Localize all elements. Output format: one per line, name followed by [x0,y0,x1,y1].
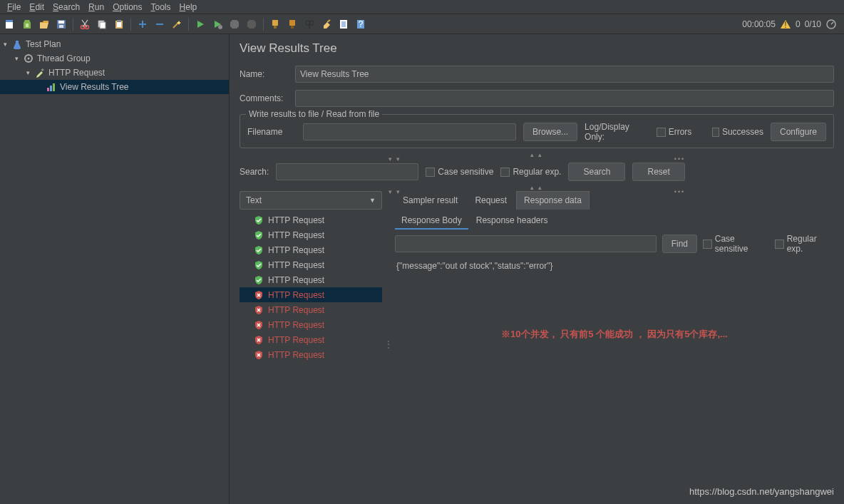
svg-rect-5 [59,25,63,28]
result-label: HTTP Request [268,230,324,240]
result-item[interactable]: HTTP Request [240,347,382,362]
warning-count: 0 [796,19,801,29]
splitter2[interactable]: ▴ ▴▾ ▾ ••• [240,185,834,191]
paste-icon[interactable] [112,17,126,31]
stop-icon[interactable] [227,17,242,31]
shield-fail-icon [254,350,264,360]
svg-rect-14 [272,20,278,26]
brush2-icon[interactable] [285,17,299,31]
pipette-icon [34,67,46,78]
menu-options[interactable]: Options [108,2,146,12]
tree-label: HTTP Request [48,68,105,78]
svg-rect-11 [117,22,121,27]
add-icon[interactable] [135,17,150,31]
result-label: HTTP Request [268,215,324,225]
shield-fail-icon [254,320,264,330]
renderer-dropdown[interactable]: Text ▼ [240,191,382,210]
menu-tools[interactable]: Tools [147,2,175,12]
find-regex-checkbox[interactable]: Regular exp. [775,234,834,254]
tree-http-request[interactable]: ▾ HTTP Request [0,66,229,80]
svg-rect-2 [26,24,29,27]
search-button[interactable]: Search [568,163,625,181]
brush1-icon[interactable] [268,17,282,31]
new-icon[interactable] [3,17,17,31]
menu-file[interactable]: File [3,2,25,12]
svg-rect-16 [289,20,295,26]
remove-icon[interactable] [153,17,167,31]
configure-button[interactable]: Configure [771,123,826,141]
search-input[interactable] [276,163,418,180]
menu-edit[interactable]: Edit [25,2,48,12]
result-item[interactable]: HTTP Request [240,272,382,287]
menu-search[interactable]: Search [48,2,84,12]
svg-rect-15 [274,26,277,29]
tab-sampler-result[interactable]: Sampler result [395,191,465,210]
wand-icon[interactable] [170,17,184,31]
report-icon[interactable] [336,17,351,31]
find-input[interactable] [395,235,657,252]
find-button[interactable]: Find [662,235,697,253]
result-item[interactable]: HTTP Request [240,287,382,302]
tree-label: View Results Tree [60,82,129,92]
result-item[interactable]: HTTP Request [240,302,382,317]
subtab-response-body[interactable]: Response Body [395,212,468,230]
svg-rect-1 [6,20,13,22]
tree-view-results[interactable]: View Results Tree [0,80,229,94]
result-item[interactable]: HTTP Request [240,242,382,257]
templates-icon[interactable] [20,17,34,31]
result-item[interactable]: HTTP Request [240,212,382,227]
menu-bar: File Edit Search Run Options Tools Help [0,0,844,14]
chevron-down-icon: ▼ [369,197,376,204]
reset-button[interactable]: Reset [632,163,684,181]
splitter[interactable]: ▴ ▴▾ ▾ ••• [240,153,834,158]
browse-button[interactable]: Browse... [523,123,577,141]
gear-icon [23,53,34,64]
filename-input[interactable] [303,123,516,140]
result-item[interactable]: HTTP Request [240,227,382,242]
errors-checkbox[interactable]: Errors [657,127,705,137]
name-input[interactable] [295,66,834,83]
v-splitter[interactable]: ⋮ [386,191,391,498]
shield-fail-icon [254,305,264,315]
result-label: HTTP Request [268,350,324,360]
comments-input[interactable] [295,90,834,107]
regex-checkbox[interactable]: Regular exp. [500,167,561,177]
open-icon[interactable] [37,17,51,31]
menu-run[interactable]: Run [84,2,108,12]
result-item[interactable]: HTTP Request [240,317,382,332]
tab-request[interactable]: Request [467,191,515,210]
shutdown-icon[interactable] [245,17,259,31]
result-item[interactable]: HTTP Request [240,257,382,272]
result-label: HTTP Request [268,260,324,270]
find-case-checkbox[interactable]: Case sensitive [703,234,769,254]
case-sensitive-checkbox[interactable]: Case sensitive [426,167,493,177]
tab-response-data[interactable]: Response data [516,191,590,210]
result-item[interactable]: HTTP Request [240,332,382,347]
subtab-response-headers[interactable]: Response headers [470,212,555,230]
save-icon[interactable] [54,17,68,31]
content-panel: View Results Tree Name: Comments: Write … [230,34,844,504]
search-icon[interactable] [302,17,316,31]
cut-icon[interactable] [78,17,92,31]
tree-test-plan[interactable]: ▾ Test Plan [0,37,229,51]
menu-help[interactable]: Help [175,2,202,12]
warning-icon[interactable]: ! [780,19,791,30]
svg-text:!: ! [784,20,786,30]
search-label: Search: [240,167,269,177]
help-icon[interactable]: ? [354,17,368,31]
file-fieldset: Write results to file / Read from file F… [240,114,834,148]
svg-rect-4 [58,21,64,24]
page-title: View Results Tree [240,41,834,56]
svg-rect-29 [50,86,52,91]
run-icon[interactable] [193,17,207,31]
run-no-timers-icon[interactable] [210,17,225,31]
gauge-icon[interactable] [825,19,837,30]
copy-icon[interactable] [95,17,109,31]
result-label: HTTP Request [268,335,324,345]
successes-checkbox[interactable]: Successes [712,127,763,137]
clear-icon[interactable] [319,17,334,31]
tree-thread-group[interactable]: ▾ Thread Group [0,51,229,66]
dropdown-value: Text [246,195,262,205]
result-label: HTTP Request [268,275,324,285]
test-plan-tree: ▾ Test Plan ▾ Thread Group ▾ HTTP Reques… [0,34,230,504]
